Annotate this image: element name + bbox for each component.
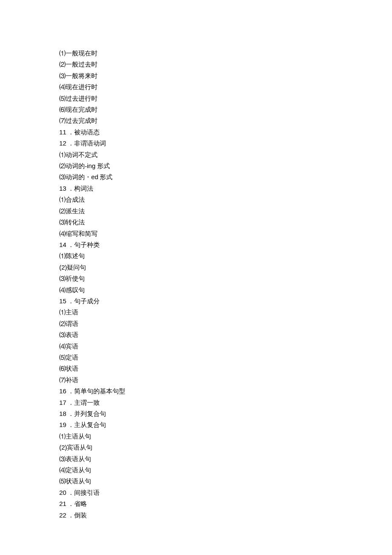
text-line: 21 ．省略 [59, 498, 392, 509]
text-line: (2)宾语从句 [59, 442, 392, 453]
line-text: ⑶一般将来时 [59, 73, 98, 79]
text-line: ⑶表语 [59, 329, 392, 340]
line-number: 15 [59, 297, 66, 305]
text-line: 16 ．简单句的基本句型 [59, 386, 392, 397]
line-text: ⑷感叹句 [59, 287, 85, 293]
text-line: 14 ．句子种类 [59, 239, 392, 250]
line-text: ⑸状语从句 [59, 478, 91, 485]
line-text: ⑶祈使句 [59, 275, 85, 282]
line-text: ⑸过去进行时 [59, 95, 98, 102]
line-text: 宾语从句 [67, 444, 92, 451]
line-text: ⑶表语从句 [59, 456, 91, 462]
line-text: ⑺补语 [59, 377, 78, 384]
line-number: 11 [59, 128, 66, 136]
text-line: ⑵动词的-ing 形式 [59, 160, 392, 171]
text-line: 12 ．非谓语动词 [59, 138, 392, 149]
line-text: ．被动语态 [66, 129, 100, 136]
line-text: ．倒装 [66, 512, 87, 519]
text-line: ⑶转化法 [59, 217, 392, 228]
text-line: ⑸过去进行时 [59, 93, 392, 104]
line-text: ．构词法 [66, 185, 94, 192]
line-text: ．主谓一致 [66, 399, 100, 406]
line-text: ⑶动词的・ [59, 174, 91, 180]
text-line: ⑵谓语 [59, 318, 392, 329]
text-line: ⑷定语从句 [59, 465, 392, 476]
line-number: 20 [59, 489, 66, 496]
text-line: ⑹现在完成时 [59, 104, 392, 115]
text-line: 19 ．主从复合句 [59, 419, 392, 430]
line-text: ⑷定语从句 [59, 467, 91, 474]
text-line: 18 ．并列复合句 [59, 408, 392, 419]
line-text: ．非谓语动词 [66, 140, 107, 147]
line-text: ⑸定语 [59, 354, 78, 361]
text-line: ⑶动词的・ed 形式 [59, 171, 392, 183]
text-line: ⑴合成法 [59, 194, 392, 205]
text-line: ⑴一般现在时 [59, 48, 392, 59]
text-line: 20 ．间接引语 [59, 487, 392, 498]
line-text: ⑺过去完成时 [59, 117, 98, 124]
text-line: ⑹状语 [59, 363, 392, 374]
line-text: ed [91, 173, 98, 180]
text-line: ⑵派生法 [59, 206, 392, 217]
text-line: (2)疑问句 [59, 262, 392, 273]
line-text: ⑴主语 [59, 309, 78, 316]
line-number: 13 [59, 185, 66, 192]
line-text: ⑹状语 [59, 365, 78, 372]
line-number: 19 [59, 421, 66, 428]
line-text: ⑹现在完成时 [59, 106, 98, 113]
document-page: ⑴一般现在时⑵一般过去时⑶一般将来时⑷现在进行时⑸过去进行时⑹现在完成时⑺过去完… [0, 0, 392, 521]
text-line: ⑷现在进行时 [59, 81, 392, 93]
text-line: ⑸状语从句 [59, 476, 392, 487]
text-line: ⑷感叹句 [59, 285, 392, 296]
line-text: ⑶表语 [59, 331, 78, 338]
line-number: 21 [59, 500, 66, 507]
line-text: ⑵一般过去时 [59, 61, 98, 68]
line-text: ⑵谓语 [59, 320, 78, 327]
text-line: ⑶一般将来时 [59, 70, 392, 81]
line-number: 14 [59, 241, 66, 248]
line-text: ．主从复合句 [66, 421, 107, 428]
line-number: 22 [59, 511, 66, 519]
line-text: ．间接引语 [66, 489, 100, 496]
line-text: (2) [59, 444, 67, 451]
line-text: ．简单句的基本句型 [66, 388, 126, 395]
text-line: 15 ．句子成分 [59, 296, 392, 307]
line-text: ．句子种类 [66, 241, 100, 248]
text-line: 11 ．被动语态 [59, 127, 392, 138]
line-text: ing [87, 162, 95, 169]
line-number: 17 [59, 399, 66, 406]
text-line: ⑶表语从句 [59, 453, 392, 465]
text-line: ⑵一般过去时 [59, 59, 392, 70]
line-text: 形式 [95, 163, 110, 169]
text-line: 13 ．构词法 [59, 183, 392, 194]
text-line: ⑴动词不定式 [59, 149, 392, 160]
line-text: 疑问句 [67, 264, 86, 271]
text-line: ⑸定语 [59, 352, 392, 363]
line-number: 12 [59, 139, 66, 147]
text-line: 17 ．主谓一致 [59, 397, 392, 408]
text-line: ⑴陈述句 [59, 250, 392, 262]
line-text: ⑴动词不定式 [59, 151, 98, 158]
line-text: ．并列复合句 [66, 410, 107, 417]
line-text: ⑴陈述句 [59, 253, 85, 259]
line-text: ⑵派生法 [59, 208, 85, 215]
line-text: ⑷现在进行时 [59, 84, 98, 90]
text-line: ⑷宾语 [59, 341, 392, 352]
line-text: ⑴一般现在时 [59, 50, 98, 57]
text-line: ⑷缩写和简写 [59, 228, 392, 239]
text-line: ⑺过去完成时 [59, 115, 392, 126]
line-text: (2) [59, 264, 67, 271]
line-text: 形式 [98, 174, 113, 180]
text-line: 22 ．倒装 [59, 510, 392, 521]
line-text: ．句子成分 [66, 298, 100, 305]
text-line: ⑶祈使句 [59, 273, 392, 284]
line-number: 18 [59, 410, 66, 417]
line-text: ⑴合成法 [59, 196, 85, 203]
text-line: ⑴主语 [59, 307, 392, 318]
line-text: ⑵动词的- [59, 163, 87, 169]
line-text: ⑴主语从句 [59, 433, 91, 440]
text-line: ⑴主语从句 [59, 431, 392, 442]
line-text: ⑷宾语 [59, 343, 78, 350]
text-line: ⑺补语 [59, 375, 392, 386]
line-text: ⑷缩写和简写 [59, 230, 98, 237]
